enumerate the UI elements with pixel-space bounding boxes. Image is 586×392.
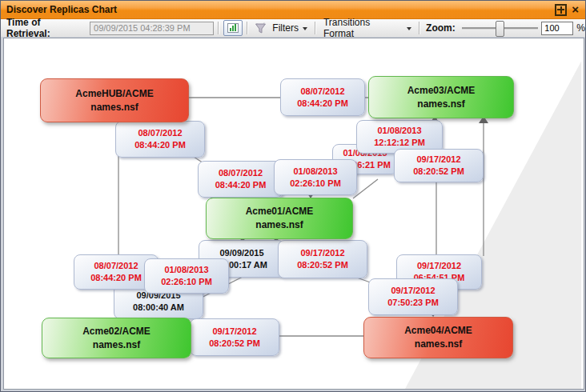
zoom-value-field[interactable]	[541, 22, 573, 35]
window-title: Discover Replicas Chart	[1, 4, 555, 15]
transitions-format-dropdown[interactable]: Transitions Format	[320, 17, 415, 39]
zoom-slider-thumb[interactable]	[496, 21, 504, 37]
edge-label: 08/07/201208:44:20 PM	[115, 121, 205, 158]
separator	[315, 22, 316, 34]
funnel-icon[interactable]	[255, 22, 267, 34]
replica-node-acme03[interactable]: Acme03/ACMEnames.nsf	[368, 76, 514, 118]
zoom-label: Zoom:	[424, 22, 459, 34]
replica-node-acme02[interactable]: Acme02/ACMEnames.nsf	[42, 318, 191, 358]
restore-window-icon[interactable]	[555, 4, 567, 16]
edge-label: 01/08/201302:26:10 PM	[144, 258, 229, 294]
chevron-down-icon	[303, 27, 307, 30]
replica-chart-canvas: 01/08/201302:26:21 PM09/09/201508:00:17 …	[3, 38, 584, 390]
edge-label: 09/17/201208:20:52 PM	[394, 149, 484, 182]
edge-label: 08/07/201208:44:20 PM	[280, 78, 365, 116]
bar-chart-icon	[227, 23, 239, 33]
chevron-down-icon	[407, 27, 411, 30]
edge-label: 09/17/201208:20:52 PM	[190, 318, 279, 356]
separator	[218, 22, 219, 34]
transitions-format-label: Transitions Format	[323, 17, 403, 39]
filters-dropdown[interactable]: Filters	[269, 22, 311, 34]
edge-label: 08/07/201208:44:20 PM	[198, 161, 283, 198]
replica-node-acme01[interactable]: Acme01/ACMEnames.nsf	[206, 198, 353, 239]
separator	[419, 22, 420, 34]
edge-label: 09/17/201208:20:52 PM	[278, 240, 367, 278]
zoom-percent-sign: %	[573, 22, 585, 34]
close-icon[interactable]: ×	[572, 4, 579, 15]
edge-label: 01/08/201302:26:10 PM	[274, 159, 357, 195]
edge-label: 09/17/201207:50:23 PM	[368, 278, 458, 315]
discover-replicas-window: Discover Replicas Chart × Time of Retrie…	[0, 0, 586, 392]
chart-view-button[interactable]	[223, 20, 243, 36]
time-of-retrieval-field	[90, 22, 214, 35]
filters-label: Filters	[272, 22, 299, 34]
time-of-retrieval-label: Time of Retrieval:	[1, 17, 90, 39]
toolbar: Time of Retrieval: Filters Transitions F…	[1, 19, 585, 37]
replica-node-acmehub[interactable]: AcmeHUB/ACMEnames.nsf	[40, 78, 189, 122]
zoom-slider[interactable]	[462, 27, 539, 30]
separator	[247, 22, 248, 34]
replica-node-acme04[interactable]: Acme04/ACMEnames.nsf	[363, 317, 513, 358]
